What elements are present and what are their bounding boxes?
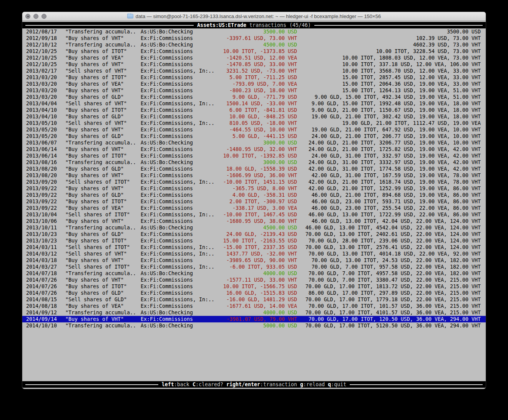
transaction-change-cell: -1606.99 USD, 36.00 VHT	[217, 172, 297, 179]
transaction-balance-cell: 19.00 GLD, 21.00 ITOT, 647.92 USD, 19.00…	[300, 126, 481, 133]
row-left-pad	[22, 113, 26, 120]
register-row[interactable]: 2013/03/20"Buy shares of VEA"Ex:Fi:Commi…	[22, 81, 486, 87]
transaction-change-cell: -464.55 USD, 10.00 VHT	[217, 126, 297, 133]
register-row[interactable]: 2013/10/06"Buy shares of VHT"Ex:Fi:Commi…	[22, 218, 486, 224]
register-row[interactable]: 2012/10/25"Buy shares of VHT"Ex:Fi:Commi…	[22, 61, 486, 68]
close-button[interactable]	[25, 14, 30, 19]
row-gap	[297, 166, 300, 172]
register-row[interactable]: 2014/07/26"Buy shares of VHT"Ex:Fi:Commi…	[22, 277, 486, 283]
register-position: (45/46)	[289, 22, 311, 28]
row-left-pad	[22, 244, 26, 251]
transaction-accounts-cell: Ex:Fi:Commissions	[141, 87, 217, 94]
register-row[interactable]: 2013/05/10"Sell shares of VHT"Ex:Fi:Comm…	[22, 120, 486, 126]
register-row[interactable]: 2013/10/23"Buy shares of GLD"Ex:Fi:Commi…	[22, 231, 486, 237]
transaction-change-cell: -365.75 USD, 8.00 VHT	[217, 185, 297, 192]
transaction-date-cell: 2013/10/11	[26, 224, 65, 231]
register-row[interactable]: 2014/08/18"Buy shares of VEA"Ex:Fi:Commi…	[22, 303, 486, 309]
help-desc: :reload	[303, 382, 328, 387]
register-row[interactable]: 2013/09/22"Buy shares of GLD"Ex:Fi:Commi…	[22, 192, 486, 198]
register-row[interactable]: 2013/10/04"Sell shares of ITOT"Ex:Fi:Com…	[22, 211, 486, 218]
row-gap	[297, 296, 300, 303]
transaction-date-cell: 2013/04/10	[26, 113, 65, 120]
transaction-date-cell: 2012/10/25	[26, 61, 65, 68]
transaction-description-cell: "Buy shares of ITOT"	[65, 107, 141, 113]
transaction-accounts-cell: Ex:Fi:Commissions, In:..	[141, 251, 217, 257]
register-row[interactable]: 2012/08/17"Transfering accumula..As:US:B…	[22, 28, 486, 35]
row-gap	[297, 205, 300, 211]
row-left-pad	[22, 133, 26, 139]
register-row[interactable]: 2013/08/20"Buy shares of GLD"Ex:Fi:Commi…	[22, 166, 486, 172]
register-row[interactable]: 2013/10/11"Transfering accumula..As:US:B…	[22, 224, 486, 231]
register-row[interactable]: 2013/04/10"Buy shares of ITOT"Ex:Fi:Comm…	[22, 107, 486, 113]
register-row[interactable]: 2014/07/18"Transfering accumula..As:US:B…	[22, 270, 486, 277]
window-titlebar[interactable]: data — simon@pool-71-165-239-133.lsanca.…	[22, 12, 486, 21]
register-row[interactable]: 2014/03/11"Sell shares of ITOT"Ex:Fi:Com…	[22, 244, 486, 251]
desktop-background: data — simon@pool-71-165-239-133.lsanca.…	[0, 0, 508, 420]
zoom-button[interactable]	[42, 14, 46, 19]
register-row[interactable]: 2013/06/07"Transfering accumula..As:US:B…	[22, 139, 486, 146]
register-row[interactable]: 2013/05/20"Buy shares of GLD"Ex:Fi:Commi…	[22, 133, 486, 139]
register-row[interactable]: 2014/07/26"Buy shares of ITOT"Ex:Fi:Comm…	[22, 283, 486, 290]
transaction-description-cell: "Buy shares of GLD"	[65, 231, 141, 237]
register-row[interactable]: 2012/10/25"Buy shares of ITOT"Ex:Fi:Comm…	[22, 48, 486, 55]
register-row[interactable]: 2013/04/04"Sell shares of VHT"Ex:Fi:Comm…	[22, 100, 486, 107]
transaction-accounts-cell: Ex:Fi:Commissions	[141, 166, 217, 172]
transaction-description-cell: "Buy shares of VEA"	[65, 303, 141, 309]
transaction-description-cell: "Transfering accumula..	[65, 309, 141, 316]
transaction-balance-cell: 46.00 GLD, 21.00 ITOT, 894.68 USD, 19.00…	[300, 192, 481, 198]
transaction-balance-cell: 70.00 GLD, 13.00 ITOT, 2576.41 USD, 22.0…	[300, 244, 481, 251]
register-row[interactable]: 2014/03/27"Sell shares of ITOT"Ex:Fi:Com…	[22, 264, 486, 270]
register-row[interactable]: 2013/03/20"Buy shares of ITOT"Ex:Fi:Comm…	[22, 74, 486, 81]
register-row[interactable]: 2013/09/20"Sell shares of ITOT"Ex:Fi:Com…	[22, 179, 486, 185]
help-keys: left:back C:cleared? right/enter:transac…	[158, 381, 350, 388]
register-row[interactable]: 2013/09/22"Buy shares of VEA"Ex:Fi:Commi…	[22, 205, 486, 211]
transaction-balance-cell: 70.00 GLD, 17.00 ITOT, 5120.50 USD, 36.0…	[300, 322, 481, 329]
transaction-accounts-cell: Ex:Fi:Commissions	[141, 146, 217, 153]
register-row[interactable]: 2013/02/17"Sell shares of VHT"Ex:Fi:Comm…	[22, 68, 486, 74]
register-row[interactable]: 2013/09/22"Buy shares of ITOT"Ex:Fi:Comm…	[22, 198, 486, 205]
transaction-description-cell: "Transfering accumula..	[65, 322, 141, 329]
transaction-description-cell: "Buy shares of VHT"	[65, 257, 141, 264]
transaction-accounts-cell: Ex:Fi:Commissions	[141, 35, 217, 42]
transaction-balance-cell: 24.00 GLD, 21.00 ITOT, 3206.77 USD, 19.0…	[300, 139, 481, 146]
row-left-pad	[22, 94, 26, 100]
register-row[interactable]: 2014/03/18"Buy shares of VHT"Ex:Fi:Commi…	[22, 257, 486, 264]
register-row[interactable]: 2014/08/15"Sell shares of GLD"Ex:Fi:Comm…	[22, 296, 486, 303]
register-row[interactable]: 2012/09/18"Buy shares of VHT"Ex:Fi:Commi…	[22, 35, 486, 42]
register-row[interactable]: 2014/07/26"Buy shares of GLD"Ex:Fi:Commi…	[22, 290, 486, 296]
register-row[interactable]: 2013/05/20"Buy shares of VHT"Ex:Fi:Commi…	[22, 126, 486, 133]
transaction-balance-cell: 24.00 GLD, 21.00 ITOT, 1725.82 USD, 19.0…	[300, 146, 481, 153]
help-key-hint: g:reload	[300, 382, 328, 387]
transaction-date-cell: 2013/08/20	[26, 166, 65, 172]
row-gap	[297, 316, 300, 322]
register-row[interactable]: 2013/04/10"Buy shares of GLD"Ex:Fi:Commi…	[22, 113, 486, 120]
register-row[interactable]: 2013/08/16"Transfering accumula..As:US:B…	[22, 159, 486, 166]
register-row[interactable]: 2014/03/12"Sell shares of VHT"Ex:Fi:Comm…	[22, 251, 486, 257]
row-left-pad	[22, 231, 26, 237]
register-row[interactable]: 2013/08/20"Buy shares of VHT"Ex:Fi:Commi…	[22, 172, 486, 179]
minimize-button[interactable]	[33, 14, 38, 19]
register-row[interactable]: 2013/09/22"Buy shares of VHT"Ex:Fi:Commi…	[22, 185, 486, 192]
transaction-change-cell: -793.09 USD, 7.00 VEA	[217, 81, 297, 87]
transaction-accounts-cell: Ex:Fi:Commissions	[141, 218, 217, 224]
transaction-change-cell: -1680.95 USD, 38.00 VHT	[217, 218, 297, 224]
register-row[interactable]: 2012/10/25"Buy shares of VEA"Ex:Fi:Commi…	[22, 55, 486, 61]
row-gap	[297, 61, 300, 68]
register-row[interactable]: 2013/06/14"Buy shares of ITOT"Ex:Fi:Comm…	[22, 153, 486, 159]
register-row[interactable]: 2013/06/14"Buy shares of VHT"Ex:Fi:Commi…	[22, 146, 486, 153]
register-row[interactable]: 2013/10/23"Buy shares of ITOT"Ex:Fi:Comm…	[22, 237, 486, 244]
register-row[interactable]: 2013/03/20"Buy shares of VHT"Ex:Fi:Commi…	[22, 87, 486, 94]
register-row[interactable]: 2014/09/12"Transfering accumula..As:US:B…	[22, 309, 486, 316]
register-row[interactable]: 2013/03/20"Buy shares of GLD"Ex:Fi:Commi…	[22, 94, 486, 100]
help-desc: :back	[174, 382, 193, 387]
transaction-balance-cell: 4602.39 USD, 73.00 VHT	[300, 42, 481, 48]
transaction-balance-cell: 15.00 ITOT, 1264.13 USD, 19.00 VEA, 51.0…	[300, 87, 481, 94]
row-left-pad	[22, 120, 26, 126]
register-row[interactable]: 2014/10/10"Transfering accumula..As:US:B…	[22, 322, 486, 329]
help-rule-left	[25, 384, 158, 385]
register-row-selected[interactable]: 2014/09/14"Buy shares of VHT"Ex:Fi:Commi…	[22, 316, 486, 322]
row-left-pad	[22, 28, 26, 35]
register-row[interactable]: 2012/10/12"Transfering accumula..As:US:B…	[22, 42, 486, 48]
transaction-date-cell: 2013/05/20	[26, 133, 65, 139]
transaction-change-cell: 10.00 ITOT, -1566.75 USD	[217, 283, 297, 290]
